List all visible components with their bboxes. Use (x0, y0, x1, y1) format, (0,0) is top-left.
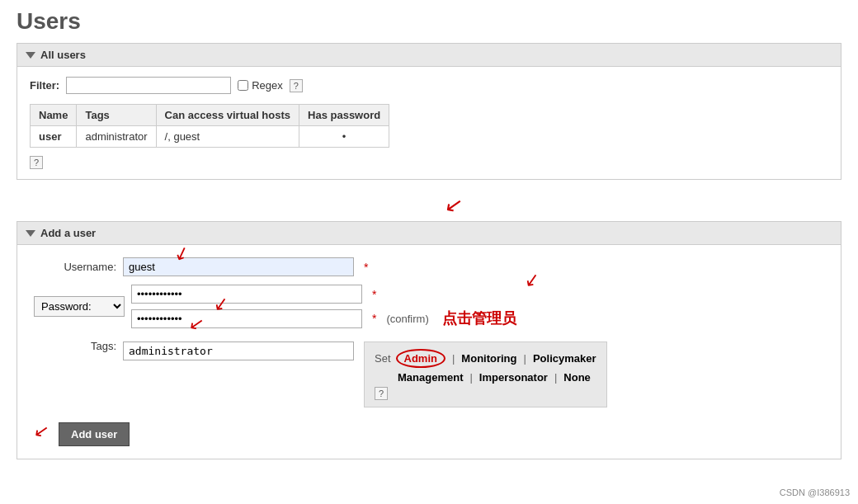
confirm-annotation: 点击管理员 (442, 309, 516, 328)
admin-tag-link[interactable]: Admin (396, 349, 446, 368)
username-label: Username: (34, 261, 116, 273)
user-tags-cell: administrator (77, 126, 156, 148)
arrow-annotation-1: ↙ (442, 191, 464, 219)
users-table: Name Tags Can access virtual hosts Has p… (30, 104, 389, 148)
filter-help-icon[interactable]: ? (290, 79, 303, 92)
table-help-icon[interactable]: ? (30, 156, 43, 169)
col-virtual-hosts: Can access virtual hosts (156, 105, 299, 126)
separator-1: | (452, 352, 455, 365)
regex-checkbox[interactable] (238, 80, 248, 91)
tags-input[interactable] (123, 341, 354, 360)
table-row: user administrator /, guest • (31, 126, 389, 148)
add-user-collapse-icon (26, 230, 35, 237)
impersonator-tag-link[interactable]: Impersonator (479, 371, 548, 384)
filter-input[interactable] (66, 77, 231, 94)
password-arrow: ↙ (523, 269, 541, 293)
tags-label: Tags: (34, 337, 116, 352)
all-users-title: All users (40, 49, 86, 61)
col-name: Name (31, 105, 77, 126)
password-input[interactable] (131, 285, 362, 304)
policymaker-tag-link[interactable]: Policymaker (533, 352, 596, 365)
password-required: * (372, 288, 376, 301)
add-user-button[interactable]: Add user (59, 422, 130, 446)
col-has-password: Has password (299, 105, 389, 126)
password-type-select[interactable]: Password: Hash: (34, 296, 125, 317)
monitoring-tag-link[interactable]: Monitoring (461, 352, 516, 365)
col-tags: Tags (77, 105, 156, 126)
add-user-section: Add a user Username: * ↙ Password: Hash:… (16, 221, 842, 459)
collapse-icon (26, 52, 35, 59)
username-input[interactable] (123, 257, 354, 276)
user-has-password-cell: • (299, 126, 389, 148)
set-label: Set (375, 352, 391, 365)
add-user-header[interactable]: Add a user (17, 222, 841, 245)
tags-set-area: Set Admin | Monitoring | Policymaker Man… (364, 341, 607, 407)
password-confirm-required: * (372, 312, 376, 325)
user-virtual-hosts-cell: /, guest (156, 126, 299, 148)
none-tag-link[interactable]: None (563, 371, 591, 384)
page-title: Users (16, 8, 842, 35)
separator-4: | (554, 371, 557, 384)
confirm-label: (confirm) (386, 313, 428, 325)
all-users-header[interactable]: All users (17, 44, 841, 67)
tags-arrow: ↙ (187, 313, 205, 337)
password-confirm-input[interactable] (131, 309, 362, 328)
tags-help-icon[interactable]: ? (375, 387, 388, 400)
separator-2: | (524, 352, 526, 365)
username-required: * (364, 261, 368, 274)
regex-label: Regex (252, 79, 283, 92)
management-tag-link[interactable]: Management (398, 371, 463, 384)
separator-3: | (469, 371, 472, 384)
filter-label: Filter: (30, 79, 59, 92)
user-name-cell[interactable]: user (31, 126, 77, 148)
all-users-section: All users Filter: Regex ? Name Tags Can … (16, 43, 842, 180)
add-user-arrow: ↙ (32, 419, 50, 443)
add-user-title: Add a user (40, 227, 96, 239)
